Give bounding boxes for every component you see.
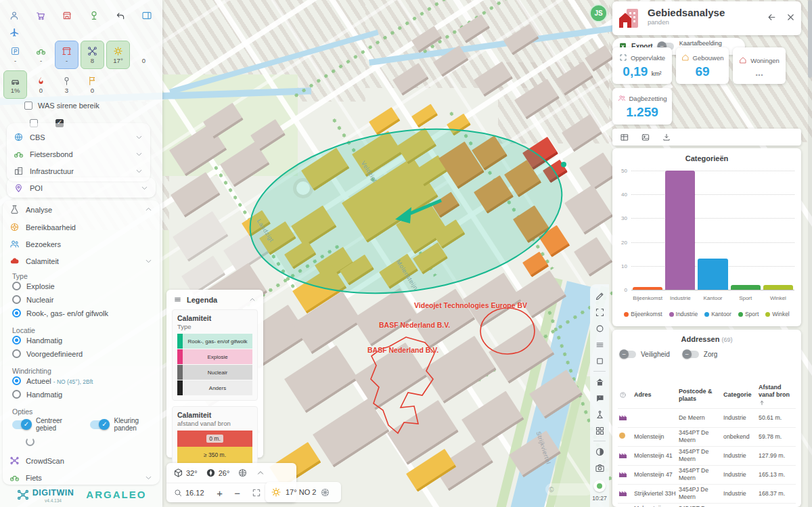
radio-button[interactable] xyxy=(12,282,21,290)
chart-bar-sport[interactable] xyxy=(731,285,761,290)
table-row[interactable]: Molensteijn 413454PT De MeernIndustrie12… xyxy=(618,446,796,465)
radio-button[interactable] xyxy=(12,349,21,358)
back-icon[interactable] xyxy=(767,12,777,22)
toggle-switch[interactable] xyxy=(12,420,30,429)
toggle-centreer-gebied[interactable]: Centreer gebied xyxy=(12,417,81,432)
radio-option-handmatig[interactable]: Handmatig xyxy=(12,336,83,345)
panel-scrollbar[interactable] xyxy=(808,0,812,507)
circleo-tool-icon[interactable] xyxy=(591,320,608,336)
close-icon[interactable] xyxy=(786,12,796,22)
chart-bar-bijeenkomst[interactable] xyxy=(633,287,662,290)
compass-icon[interactable] xyxy=(206,468,216,478)
sidebar-item-cbs[interactable]: CBS xyxy=(7,129,150,146)
pencil-tool-icon[interactable] xyxy=(591,288,608,304)
column-header-1[interactable]: Adres xyxy=(633,390,677,400)
basemap-icon[interactable] xyxy=(238,468,248,478)
sidebar-item-bereikbaarheid[interactable]: Bereikbaarheid xyxy=(3,219,160,236)
tree-icon[interactable] xyxy=(84,5,104,26)
person-icon[interactable] xyxy=(4,5,24,26)
scrollbar-thumb[interactable] xyxy=(808,0,812,78)
undo-icon[interactable] xyxy=(110,5,131,26)
radio-button[interactable] xyxy=(12,376,21,385)
market-icon[interactable] xyxy=(57,5,77,26)
was-sirene-checkbox[interactable] xyxy=(24,102,32,110)
hub-tool-icon[interactable] xyxy=(591,406,608,422)
drone-badge[interactable]: 8 xyxy=(81,41,104,69)
radio-button[interactable] xyxy=(12,309,21,317)
flag-badge[interactable]: 0 xyxy=(81,70,104,99)
sidebar-item-poi[interactable]: POI xyxy=(7,179,156,196)
table-row[interactable]: De MeernIndustrie50.61 m. xyxy=(618,408,796,427)
sun-badge[interactable]: 17° xyxy=(106,41,130,69)
fullscreen-icon[interactable] xyxy=(252,488,261,498)
chevron-down-icon[interactable] xyxy=(144,473,153,482)
zoom-in-button[interactable]: + xyxy=(212,487,227,499)
was-sirene-row[interactable]: WAS sirene bereik xyxy=(24,102,99,110)
sidebar-item-fiets[interactable]: Fiets xyxy=(3,469,160,486)
radio-option-nucleair[interactable]: Nucleair xyxy=(12,295,108,304)
radio-option-actueel[interactable]: Actueel- NO (45°), 2Bft xyxy=(12,376,93,385)
radio-option-handmatig[interactable]: Handmatig xyxy=(12,390,93,399)
chart-bar-kantoor[interactable] xyxy=(698,259,727,290)
chevron-down-icon[interactable] xyxy=(135,150,143,158)
chat-tool-icon[interactable] xyxy=(591,390,608,406)
chevron-down-icon[interactable] xyxy=(144,257,153,265)
camera-tool-icon[interactable] xyxy=(591,460,608,476)
chevron-down-icon[interactable] xyxy=(140,183,149,192)
column-header-4[interactable]: Afstand vanaf bron xyxy=(757,382,796,408)
zoom-out-button[interactable]: − xyxy=(230,487,245,499)
sidebar-item-fietsersbond[interactable]: Fietsersbond xyxy=(7,146,150,162)
collapse-chevron-icon[interactable] xyxy=(256,468,265,478)
collapse-chevron-icon[interactable] xyxy=(248,296,256,304)
chevron-down-icon[interactable] xyxy=(135,167,143,175)
table-row[interactable]: Molensteijn3454PT De Meernonbekend59.78 … xyxy=(618,427,796,446)
contrast-tool-icon[interactable] xyxy=(591,443,608,460)
chart-bar-industrie[interactable] xyxy=(665,171,695,290)
fire-badge[interactable]: 0 xyxy=(29,70,53,99)
chevron-down-icon[interactable] xyxy=(135,133,143,141)
filter-veiligheid[interactable]: Veiligheid xyxy=(619,350,670,359)
grid-tool-icon[interactable] xyxy=(591,422,608,439)
table-row[interactable]: Molensteijn 473454PT De MeernIndustrie16… xyxy=(618,465,796,484)
avatar[interactable]: JS xyxy=(589,4,608,22)
toggle-kleuring-panden[interactable]: Kleuring panden xyxy=(90,417,160,432)
measure-tool-icon[interactable] xyxy=(591,304,608,320)
image-view-icon[interactable] xyxy=(641,133,650,142)
search-icon[interactable] xyxy=(173,488,183,498)
table-row[interactable]: Strijkviertel 33H3454PJ De MeernIndustri… xyxy=(618,484,796,503)
toggle-switch[interactable] xyxy=(90,420,108,429)
analyse-header[interactable]: Analyse xyxy=(3,200,160,219)
cart-icon[interactable] xyxy=(30,5,51,26)
tilt-icon[interactable] xyxy=(173,468,183,478)
squareo-tool-icon[interactable] xyxy=(591,353,608,369)
sidebar-item-bezoekers[interactable]: Bezoekers xyxy=(3,236,160,252)
table-view-icon[interactable] xyxy=(620,133,629,142)
sort-arrow-icon[interactable] xyxy=(759,399,765,406)
status-dot-button[interactable] xyxy=(593,480,606,492)
radio-option-rook-gas-en-of-gifwolk[interactable]: Rook-, gas- en/of gifwolk xyxy=(12,309,108,317)
bicycle-badge[interactable]: - xyxy=(29,41,53,69)
plane-icon[interactable] xyxy=(9,27,20,37)
car-badge[interactable]: 1% xyxy=(3,70,27,99)
column-header-2[interactable]: Postcode & plaats xyxy=(677,387,722,405)
parking-badge[interactable]: - xyxy=(3,41,27,69)
sidebar-item-crowdscan[interactable]: CrowdScan xyxy=(3,452,160,469)
table-row[interactable]: Molensteijn 42B3454PT De Meernonbekend17… xyxy=(618,503,796,507)
smiley-badge[interactable]: 0 xyxy=(132,41,156,69)
barrier-badge[interactable]: - xyxy=(55,41,78,69)
filter-zorg[interactable]: Zorg xyxy=(682,350,718,359)
sidebar-item-calamiteit[interactable]: Calamiteit xyxy=(3,252,160,269)
chart-bar-winkel[interactable] xyxy=(763,285,793,290)
radio-button[interactable] xyxy=(12,295,21,304)
home-tool-icon[interactable] xyxy=(591,374,608,390)
radio-button[interactable] xyxy=(12,336,21,345)
radio-option-explosie[interactable]: Explosie xyxy=(12,282,108,290)
pin-badge[interactable]: 3 xyxy=(55,70,78,99)
chevron-up-icon[interactable] xyxy=(144,205,153,214)
weather-widget[interactable]: 17° NO 2 xyxy=(265,482,341,502)
radio-button[interactable] xyxy=(12,390,21,399)
column-header-3[interactable]: Categorie xyxy=(722,390,757,400)
download-icon[interactable] xyxy=(662,133,671,142)
panel-icon[interactable] xyxy=(137,5,157,26)
lines-tool-icon[interactable] xyxy=(591,336,608,353)
